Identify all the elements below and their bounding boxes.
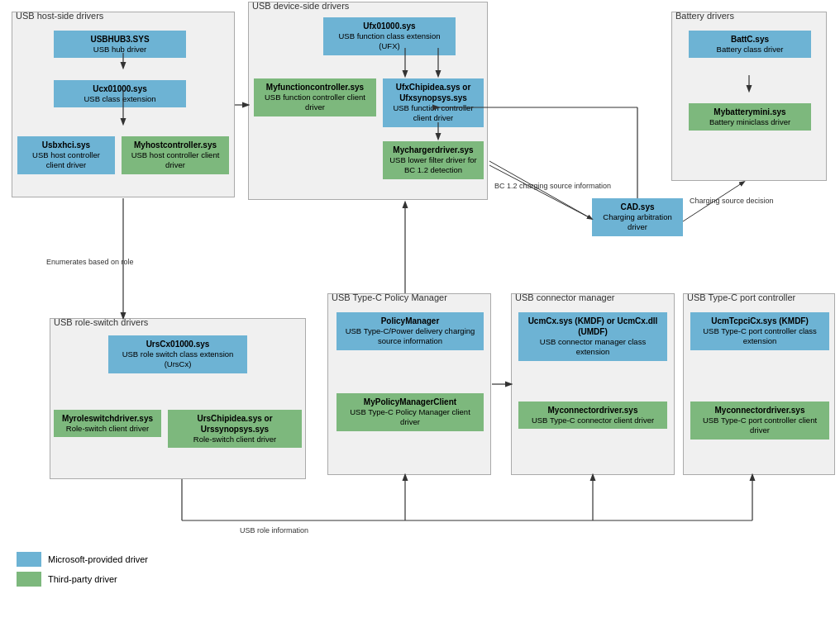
myconnectordriver-cm-title: Myconnectordriver.sys <box>523 405 662 416</box>
mypolicymanagerclient-box: MyPolicyManagerClient USB Type-C Policy … <box>336 393 484 431</box>
usbxhci-subtitle: USB host controller client driver <box>22 150 110 171</box>
myroleswitchdriver-title: Myroleswitchdriver.sys <box>59 413 156 424</box>
mychargerdriver-title: Mychargerdriver.sys <box>388 145 479 155</box>
legend-third-party: Third-party driver <box>17 572 148 587</box>
usbxhci-title: Usbxhci.sys <box>22 140 110 150</box>
ufxchipidea-box: UfxChipidea.sys or Ufxsynopsys.sys USB f… <box>383 78 484 127</box>
group-battery: Battery drivers BattC.sys Battery class … <box>671 12 827 181</box>
legend: Microsoft-provided driver Third-party dr… <box>17 552 148 587</box>
cad-title: CAD.sys <box>597 202 678 212</box>
usbhub3-title: USBHUB3.SYS <box>59 34 181 45</box>
ucmtcpci-box: UcmTcpciCx.sys (KMDF) USB Type-C port co… <box>690 312 829 350</box>
group-port-controller-title: USB Type-C port controller <box>687 292 795 302</box>
myroleswitchdriver-box: Myroleswitchdriver.sys Role-switch clien… <box>54 410 161 437</box>
myconnectordriver-pc-box: Myconnectordriver.sys USB Type-C port co… <box>690 402 829 440</box>
myhostcontroller-title: Myhostcontroller.sys <box>126 140 224 150</box>
myconnectordriver-cm-box: Myconnectordriver.sys USB Type-C connect… <box>518 402 667 429</box>
ucx01000-subtitle: USB class extension <box>59 94 181 104</box>
urschipidea-box: UrsChipidea.sys or Urssynopsys.sys Role-… <box>168 410 302 448</box>
usbhub3-subtitle: USB hub driver <box>59 45 181 55</box>
battc-subtitle: Battery class driver <box>694 45 806 55</box>
bc12-label: BC 1.2 charging source information <box>494 182 611 190</box>
ufx01000-title: Ufx01000.sys <box>328 21 451 31</box>
myconnectordriver-cm-subtitle: USB Type-C connector client driver <box>523 416 662 425</box>
ufx01000-subtitle: USB function class extension (UFX) <box>328 31 451 52</box>
svg-line-6 <box>489 161 592 219</box>
legend-third-party-label: Third-party driver <box>48 574 117 584</box>
mychargerdriver-box: Mychargerdriver.sys USB lower filter dri… <box>383 141 484 179</box>
myhostcontroller-box: Myhostcontroller.sys USB host controller… <box>122 136 229 174</box>
group-role-switch: USB role-switch drivers UrsCx01000.sys U… <box>50 318 306 479</box>
mybatterymini-subtitle: Battery miniclass driver <box>694 117 806 127</box>
legend-microsoft-box <box>17 552 41 567</box>
urschipidea-subtitle: Role-switch client driver <box>173 435 297 444</box>
myconnectordriver-pc-title: Myconnectordriver.sys <box>695 405 824 416</box>
myfunctioncontroller-subtitle: USB function controller client driver <box>259 93 371 113</box>
group-port-controller: USB Type-C port controller UcmTcpciCx.sy… <box>683 293 835 475</box>
cad-subtitle: Charging arbitration driver <box>597 212 678 233</box>
urschipidea-title: UrsChipidea.sys or Urssynopsys.sys <box>173 413 297 435</box>
mybatterymini-box: Mybatterymini.sys Battery miniclass driv… <box>689 103 811 131</box>
ufx01000-box: Ufx01000.sys USB function class extensio… <box>323 17 456 55</box>
policymanager-title: PolicyManager <box>341 316 479 326</box>
myfunctioncontroller-box: Myfunctioncontroller.sys USB function co… <box>254 78 376 116</box>
enumerates-label: Enumerates based on role <box>46 258 134 266</box>
battc-box: BattC.sys Battery class driver <box>689 31 811 58</box>
ucx01000-box: Ucx01000.sys USB class extension <box>54 80 186 107</box>
group-role-switch-title: USB role-switch drivers <box>54 317 148 327</box>
legend-third-party-box <box>17 572 41 587</box>
urscx01000-subtitle: USB role switch class extension (UrsCx) <box>113 349 242 370</box>
ucmcx-subtitle: USB connector manager class extension <box>523 337 662 358</box>
ucmtcpci-subtitle: USB Type-C port controller class extensi… <box>695 326 824 347</box>
usb-role-info-label: USB role information <box>240 526 308 535</box>
legend-microsoft-label: Microsoft-provided driver <box>48 554 148 564</box>
usbhub3-box: USBHUB3.SYS USB hub driver <box>54 31 186 58</box>
urscx01000-box: UrsCx01000.sys USB role switch class ext… <box>108 335 247 373</box>
ucmcx-box: UcmCx.sys (KMDF) or UcmCx.dll (UMDF) USB… <box>518 312 667 361</box>
myfunctioncontroller-title: Myfunctioncontroller.sys <box>259 82 371 93</box>
group-battery-title: Battery drivers <box>675 11 734 21</box>
group-connector-manager-title: USB connector manager <box>515 292 614 302</box>
diagram-container: USB host-side drivers USBHUB3.SYS USB hu… <box>0 0 840 595</box>
group-connector-manager: USB connector manager UcmCx.sys (KMDF) o… <box>511 293 675 475</box>
mypolicymanagerclient-subtitle: USB Type-C Policy Manager client driver <box>341 407 479 428</box>
legend-microsoft: Microsoft-provided driver <box>17 552 148 567</box>
ufxchipidea-title: UfxChipidea.sys or Ufxsynopsys.sys <box>388 82 479 103</box>
mybatterymini-title: Mybatterymini.sys <box>694 107 806 117</box>
myroleswitchdriver-subtitle: Role-switch client driver <box>59 424 156 434</box>
policymanager-subtitle: USB Type-C/Power delivery charging sourc… <box>341 326 479 347</box>
usbxhci-box: Usbxhci.sys USB host controller client d… <box>17 136 115 174</box>
group-device-side: USB device-side drivers Ufx01000.sys USB… <box>248 2 488 200</box>
ucmtcpci-title: UcmTcpciCx.sys (KMDF) <box>695 316 824 326</box>
group-device-side-title: USB device-side drivers <box>252 1 349 11</box>
myconnectordriver-pc-subtitle: USB Type-C port controller client driver <box>695 416 824 436</box>
policymanager-box: PolicyManager USB Type-C/Power delivery … <box>336 312 484 350</box>
charging-decision-label: Charging source decision <box>690 197 774 205</box>
ucmcx-title: UcmCx.sys (KMDF) or UcmCx.dll (UMDF) <box>523 316 662 337</box>
urscx01000-title: UrsCx01000.sys <box>113 339 242 349</box>
group-host-side-title: USB host-side drivers <box>16 11 103 21</box>
battc-title: BattC.sys <box>694 34 806 45</box>
group-host-side: USB host-side drivers USBHUB3.SYS USB hu… <box>12 12 235 197</box>
group-policy-manager-title: USB Type-C Policy Manager <box>332 292 447 302</box>
ufxchipidea-subtitle: USB function controller client driver <box>388 103 479 124</box>
myhostcontroller-subtitle: USB host controller client driver <box>126 150 224 171</box>
ucx01000-title: Ucx01000.sys <box>59 83 181 94</box>
cad-box: CAD.sys Charging arbitration driver <box>592 198 683 236</box>
group-policy-manager: USB Type-C Policy Manager PolicyManager … <box>327 293 491 475</box>
mychargerdriver-subtitle: USB lower filter driver for BC 1.2 detec… <box>388 155 479 176</box>
svg-line-8 <box>683 182 744 221</box>
mypolicymanagerclient-title: MyPolicyManagerClient <box>341 397 479 407</box>
svg-line-7 <box>489 165 592 219</box>
